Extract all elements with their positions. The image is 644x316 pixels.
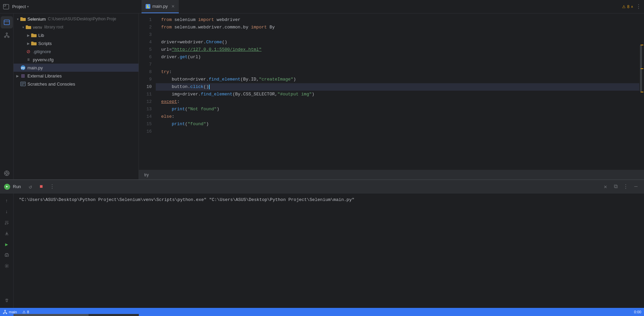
- close-run-btn[interactable]: ✕: [601, 183, 609, 191]
- code-content[interactable]: from selenium import webdriver from sele…: [156, 14, 639, 170]
- gutter-warning-mark: [641, 45, 643, 45]
- warning-icon: ⚠: [622, 4, 626, 9]
- project-section: Project ▾: [3, 3, 142, 10]
- tree-gitignore[interactable]: ⊘ .gitignore: [14, 47, 138, 55]
- minimize-run-btn[interactable]: ─: [632, 183, 640, 191]
- trash-btn[interactable]: [2, 296, 12, 305]
- folder-open-icon: [26, 24, 31, 30]
- tree-venv[interactable]: ▾ venv library root: [14, 23, 138, 31]
- svg-point-4: [4, 36, 6, 38]
- code-line: from selenium.webdriver.common.by import…: [156, 24, 639, 31]
- tree-arrow: ▾: [20, 25, 26, 29]
- top-bar-right: ⚠ 8 ∧ ⋮: [622, 3, 641, 10]
- tree-pyvenv[interactable]: ≡ pyvenv.cfg: [14, 55, 138, 64]
- code-line: print("Not found"): [156, 106, 639, 113]
- tab-label: main.py: [152, 4, 168, 9]
- tab-close-btn[interactable]: ✕: [171, 4, 175, 9]
- tree-lib[interactable]: ▶ Lib: [14, 31, 138, 39]
- tree-external-libs[interactable]: ▶ ⊞ External Libraries: [14, 72, 138, 80]
- run-terminal[interactable]: "C:\Users\ASUS\Desktop\Python Project\Se…: [14, 194, 644, 308]
- folder-closed-icon: [31, 41, 37, 46]
- code-line: except:: [156, 98, 639, 106]
- tree-main-py[interactable]: py main.py: [14, 64, 138, 72]
- code-line: try:: [156, 68, 639, 76]
- scripts-label: Scripts: [38, 41, 52, 46]
- code-line: button=driver.find_element(By.ID,"create…: [156, 76, 639, 83]
- main-content: ▾ Selenium C:\Users\ASUS\Desktop\Python …: [0, 14, 644, 179]
- tree-arrow: ▶: [26, 42, 31, 45]
- venv-extra: library root: [44, 25, 63, 29]
- code-line: [156, 128, 639, 135]
- sidebar-git-btn[interactable]: [1, 29, 13, 41]
- python-file-icon: py: [20, 65, 26, 70]
- run-controls: ↺ ■ ⋮: [26, 183, 56, 191]
- project-title[interactable]: Project ▾: [12, 4, 29, 9]
- editor-area: 1 2 3 4 5 6 7 8 9 10 11 12 13 14 15 16 f…: [139, 14, 644, 170]
- rerun-btn[interactable]: ↺: [26, 183, 35, 191]
- warning-status[interactable]: ⚠ 8: [22, 310, 29, 314]
- svg-point-18: [5, 310, 6, 311]
- scroll-down-btn[interactable]: ↓: [2, 207, 12, 217]
- line-numbers: 1 2 3 4 5 6 7 8 9 10 11 12 13 14 15 16: [139, 14, 156, 170]
- breadcrumb-bar: try: [139, 170, 644, 179]
- main-py-label: main.py: [27, 65, 43, 70]
- gitignore-label: .gitignore: [33, 49, 51, 54]
- download-btn[interactable]: [2, 229, 12, 238]
- svg-point-20: [6, 313, 7, 314]
- run-panel-right: ✕ ⧉ ⋮ ─: [601, 183, 640, 191]
- code-editor: 1 2 3 4 5 6 7 8 9 10 11 12 13 14 15 16 f…: [139, 14, 644, 179]
- code-line: driver=webdriver.Chrome(): [156, 39, 639, 46]
- gutter-warning-mark3: [641, 92, 643, 92]
- settings-gear-btn[interactable]: [2, 261, 12, 271]
- svg-rect-2: [4, 20, 9, 25]
- scroll-up-btn[interactable]: ↑: [2, 196, 12, 206]
- code-line: url="http://127.0.0.1:5500/index.html": [156, 46, 639, 53]
- sidebar-project-btn[interactable]: [1, 16, 13, 28]
- tree-scratches[interactable]: Scratches and Consoles: [14, 80, 138, 88]
- breadcrumb-text: try: [144, 173, 149, 177]
- svg-rect-0: [3, 4, 9, 9]
- config-file-icon: ≡: [26, 57, 31, 62]
- sidebar-plugins-btn[interactable]: [1, 167, 13, 179]
- tree-scripts[interactable]: ▶ Scripts: [14, 39, 138, 47]
- editor-scrollbar[interactable]: [639, 14, 644, 170]
- run-tab-label: Run: [13, 184, 21, 189]
- terminal-command: "C:\Users\ASUS\Desktop\Python Project\Se…: [19, 196, 639, 204]
- editor-more-btn[interactable]: ⋮: [636, 3, 641, 10]
- ext-libs-label: External Libraries: [27, 73, 62, 78]
- code-line: else:: [156, 113, 639, 120]
- run-panel-header: ▶ Run ↺ ■ ⋮ ✕ ⧉ ⋮ ─: [0, 180, 644, 194]
- run-config-btn[interactable]: ▶: [2, 240, 12, 249]
- split-run-btn[interactable]: ⧉: [611, 183, 620, 191]
- code-line-current: button.click(): [156, 83, 639, 91]
- pin-run-btn[interactable]: ⋮: [622, 183, 630, 191]
- tree-selenium-root[interactable]: ▾ Selenium C:\Users\ASUS\Desktop\Python …: [14, 15, 138, 23]
- svg-point-7: [6, 172, 8, 174]
- gutter-warning-mark2: [641, 68, 643, 69]
- gitignore-icon: ⊘: [26, 49, 31, 54]
- top-bar: Project ▾ 🐍 main.py ✕ ⚠ 8 ∧ ⋮: [0, 0, 644, 14]
- git-status[interactable]: main: [3, 310, 17, 314]
- status-right: 0:00: [634, 310, 641, 314]
- file-tree-panel: ▾ Selenium C:\Users\ASUS\Desktop\Python …: [14, 14, 139, 179]
- code-line: img=driver.find_element(By.CSS_SELECTOR,…: [156, 91, 639, 98]
- svg-point-3: [6, 33, 7, 34]
- stop-btn[interactable]: ■: [37, 183, 45, 191]
- git-branch-label: main: [9, 310, 17, 314]
- run-panel: ▶ Run ↺ ■ ⋮ ✕ ⧉ ⋮ ─ ↑ ↓: [0, 179, 644, 308]
- code-line: from selenium import webdriver: [156, 16, 639, 24]
- folder-open-icon: [20, 16, 26, 22]
- print-btn[interactable]: [2, 250, 12, 260]
- warning-count: 8: [627, 4, 629, 9]
- run-more-btn[interactable]: ⋮: [48, 183, 56, 191]
- soft-wrap-btn[interactable]: [2, 218, 12, 227]
- scratches-label: Scratches and Consoles: [27, 82, 75, 87]
- main-py-tab[interactable]: 🐍 main.py ✕: [142, 0, 179, 13]
- code-line: [156, 31, 639, 39]
- selenium-label: Selenium: [27, 17, 46, 22]
- warning-badge[interactable]: ⚠ 8 ∧: [622, 4, 633, 9]
- warning-status-icon: ⚠: [22, 310, 26, 314]
- code-line: print("found"): [156, 120, 639, 128]
- run-panel-content: ↑ ↓ ▶: [0, 194, 644, 308]
- warning-arrow: ∧: [631, 5, 633, 8]
